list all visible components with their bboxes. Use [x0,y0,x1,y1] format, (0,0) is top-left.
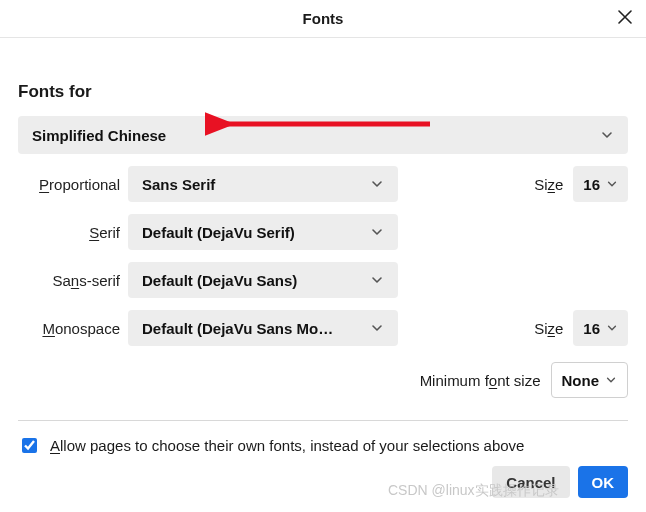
chevron-down-icon [606,322,618,334]
close-icon [618,10,632,28]
sans-serif-select[interactable]: Default (DejaVu Sans) [128,262,398,298]
close-button[interactable] [614,8,636,30]
proportional-select[interactable]: Sans Serif [128,166,398,202]
divider [18,420,628,421]
chevron-down-icon [600,128,614,142]
proportional-size-value: 16 [583,176,600,193]
section-title: Fonts for [18,82,628,102]
size-label: Size [534,176,563,193]
allow-pages-label: Allow pages to choose their own fonts, i… [50,437,524,454]
serif-select[interactable]: Default (DejaVu Serif) [128,214,398,250]
min-font-size-label: Minimum font size [420,372,541,389]
fonts-for-value: Simplified Chinese [32,127,166,144]
serif-label: Serif [18,224,128,241]
ok-button[interactable]: OK [578,466,629,498]
allow-pages-checkbox[interactable] [22,438,37,453]
chevron-down-icon [370,273,384,287]
chevron-down-icon [605,374,617,386]
dialog-header: Fonts [0,0,646,38]
monospace-value: Default (DejaVu Sans Mo… [142,320,333,337]
dialog-title: Fonts [303,10,344,27]
allow-pages-checkbox-row[interactable]: Allow pages to choose their own fonts, i… [18,435,628,456]
chevron-down-icon [606,178,618,190]
monospace-size-select[interactable]: 16 [573,310,628,346]
chevron-down-icon [370,321,384,335]
min-font-size-value: None [562,372,600,389]
monospace-label: Monospace [18,320,128,337]
size-label: Size [534,320,563,337]
sans-serif-label: Sans-serif [18,272,128,289]
dialog-footer: Cancel OK [492,466,628,498]
fonts-for-select[interactable]: Simplified Chinese [18,116,628,154]
chevron-down-icon [370,225,384,239]
monospace-size-value: 16 [583,320,600,337]
serif-value: Default (DejaVu Serif) [142,224,295,241]
proportional-size-select[interactable]: 16 [573,166,628,202]
cancel-button[interactable]: Cancel [492,466,569,498]
monospace-select[interactable]: Default (DejaVu Sans Mo… [128,310,398,346]
proportional-label: Proportional [18,176,128,193]
proportional-value: Sans Serif [142,176,215,193]
min-font-size-select[interactable]: None [551,362,629,398]
chevron-down-icon [370,177,384,191]
sans-serif-value: Default (DejaVu Sans) [142,272,297,289]
